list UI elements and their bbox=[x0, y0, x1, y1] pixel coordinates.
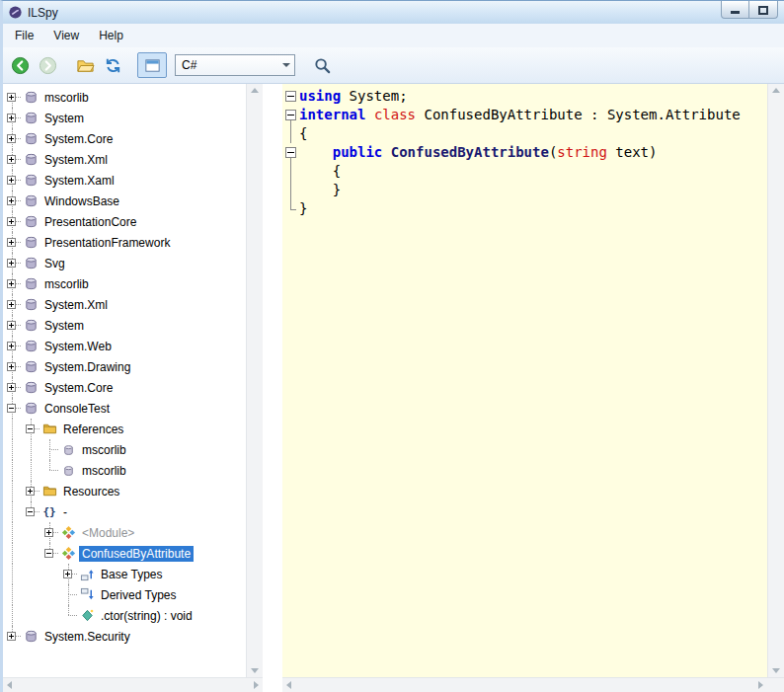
scroll-left-icon[interactable] bbox=[7, 681, 12, 689]
code-view[interactable]: using System;internal class ConfusedByAt… bbox=[282, 84, 767, 677]
tree-node-system-core[interactable]: System.Core bbox=[3, 128, 246, 149]
tree-node-resources[interactable]: Resources bbox=[3, 481, 246, 501]
expand-icon[interactable] bbox=[7, 321, 16, 330]
expand-icon[interactable] bbox=[7, 279, 16, 288]
tree-guide-line bbox=[40, 605, 59, 626]
scroll-right-icon[interactable] bbox=[254, 681, 259, 689]
expand-icon[interactable] bbox=[7, 300, 16, 309]
refresh-button[interactable] bbox=[100, 52, 125, 78]
expand-icon[interactable] bbox=[7, 217, 16, 226]
tree-node-presentationcore[interactable]: PresentationCore bbox=[3, 211, 246, 232]
tree-node-mscorlib[interactable]: mscorlib bbox=[3, 273, 246, 294]
tree-node-confusedbyattribute[interactable]: ConfusedByAttribute bbox=[3, 543, 246, 564]
tree-node-label: System.Xml bbox=[41, 152, 111, 168]
scroll-up-icon[interactable] bbox=[251, 88, 259, 93]
maximize-button[interactable] bbox=[749, 1, 778, 19]
tree-node-system-xml[interactable]: System.Xml bbox=[3, 294, 246, 315]
tree-node-label: System.Core bbox=[41, 131, 116, 147]
assembly-icon bbox=[22, 275, 39, 293]
tree-node-mscorlib[interactable]: mscorlib bbox=[3, 460, 246, 481]
back-button[interactable] bbox=[7, 52, 33, 78]
tree-node-references[interactable]: References bbox=[3, 419, 246, 439]
expand-icon[interactable] bbox=[7, 134, 16, 143]
collapse-icon[interactable] bbox=[44, 549, 53, 558]
code-line: { bbox=[282, 162, 767, 181]
tree-node-system[interactable]: System bbox=[3, 108, 246, 128]
code-scrollbar[interactable] bbox=[767, 84, 784, 677]
search-button[interactable] bbox=[309, 52, 335, 78]
tree-hscrollbar[interactable] bbox=[3, 677, 263, 692]
assembly-ref-icon bbox=[59, 441, 77, 459]
tree-node-label: System.Security bbox=[41, 629, 133, 645]
scroll-up-icon[interactable] bbox=[772, 88, 780, 93]
tree-node-system-web[interactable]: System.Web bbox=[3, 336, 246, 356]
expand-icon[interactable] bbox=[7, 259, 16, 268]
scrollbar-corner bbox=[767, 677, 784, 692]
collapse-icon[interactable] bbox=[26, 507, 35, 516]
tree-node-windowsbase[interactable]: WindowsBase bbox=[3, 191, 246, 211]
scroll-right-icon[interactable] bbox=[758, 681, 763, 689]
tree-node-system-xaml[interactable]: System.Xaml bbox=[3, 170, 246, 191]
fold-collapse-icon[interactable] bbox=[282, 87, 299, 106]
tree-node-mscorlib[interactable]: mscorlib bbox=[3, 439, 246, 460]
tree-node-system-security[interactable]: System.Security bbox=[3, 626, 246, 647]
tree-node-presentationframework[interactable]: PresentationFramework bbox=[3, 232, 246, 253]
tree-node-derived-types[interactable]: Derived Types bbox=[3, 584, 246, 605]
app-icon[interactable] bbox=[8, 5, 23, 20]
language-selector[interactable]: C# bbox=[175, 54, 295, 76]
open-button[interactable] bbox=[72, 52, 98, 78]
tree-node-system[interactable]: System bbox=[3, 315, 246, 336]
panel-splitter[interactable] bbox=[263, 84, 282, 677]
expand-icon[interactable] bbox=[63, 570, 72, 578]
tree-node-label: Derived Types bbox=[98, 587, 179, 603]
code-line: internal class ConfusedByAttribute : Sys… bbox=[282, 106, 767, 124]
menu-bar: File View Help bbox=[3, 24, 784, 47]
bottom-scroll-area bbox=[3, 677, 784, 692]
class-icon bbox=[59, 524, 77, 542]
menu-view[interactable]: View bbox=[43, 25, 89, 46]
tree-guide-line bbox=[22, 460, 40, 481]
expand-icon[interactable] bbox=[7, 196, 16, 205]
expand-icon[interactable] bbox=[7, 342, 16, 350]
menu-file[interactable]: File bbox=[5, 25, 43, 46]
tree-connector bbox=[3, 211, 22, 232]
scroll-left-icon[interactable] bbox=[286, 681, 291, 689]
expand-icon[interactable] bbox=[44, 528, 53, 537]
tree-node-node[interactable]: {}- bbox=[3, 501, 246, 522]
expand-icon[interactable] bbox=[7, 114, 16, 122]
expand-icon[interactable] bbox=[7, 383, 16, 392]
tree-node-consoletest[interactable]: ConsoleTest bbox=[3, 398, 246, 419]
fold-collapse-icon[interactable] bbox=[282, 143, 299, 162]
minimize-button[interactable] bbox=[721, 1, 749, 19]
tree-guide-line bbox=[22, 522, 40, 543]
collapse-icon[interactable] bbox=[26, 424, 35, 433]
tree-node-mscorlib[interactable]: mscorlib bbox=[3, 87, 246, 108]
expand-icon[interactable] bbox=[7, 155, 16, 164]
expand-icon[interactable] bbox=[7, 632, 16, 641]
tree-scrollbar[interactable] bbox=[246, 84, 263, 677]
expand-icon[interactable] bbox=[7, 362, 16, 371]
scroll-down-icon[interactable] bbox=[772, 668, 780, 673]
scroll-down-icon[interactable] bbox=[251, 668, 259, 673]
forward-button[interactable] bbox=[35, 52, 60, 78]
tree-node-system-core[interactable]: System.Core bbox=[3, 377, 246, 398]
tree-node-ctor-string-void[interactable]: .ctor(string) : void bbox=[3, 605, 246, 626]
expand-icon[interactable] bbox=[26, 487, 35, 496]
menu-help[interactable]: Help bbox=[89, 25, 133, 46]
window-toggle-button[interactable] bbox=[137, 52, 167, 78]
class-icon bbox=[59, 545, 77, 563]
collapse-icon[interactable] bbox=[7, 404, 16, 413]
tree-node-label: PresentationCore bbox=[41, 214, 139, 230]
fold-collapse-icon[interactable] bbox=[282, 106, 299, 124]
tree-node-system-drawing[interactable]: System.Drawing bbox=[3, 356, 246, 377]
namespace-icon: {} bbox=[40, 503, 58, 521]
tree-node-system-xml[interactable]: System.Xml bbox=[3, 149, 246, 170]
tree-connector bbox=[3, 315, 22, 336]
tree-node-module[interactable]: <Module> bbox=[3, 522, 246, 543]
expand-icon[interactable] bbox=[7, 93, 16, 102]
expand-icon[interactable] bbox=[7, 238, 16, 247]
tree-node-svg[interactable]: Svg bbox=[3, 253, 246, 273]
code-hscrollbar[interactable] bbox=[282, 677, 767, 692]
expand-icon[interactable] bbox=[7, 176, 16, 185]
tree-node-base-types[interactable]: Base Types bbox=[3, 564, 246, 584]
